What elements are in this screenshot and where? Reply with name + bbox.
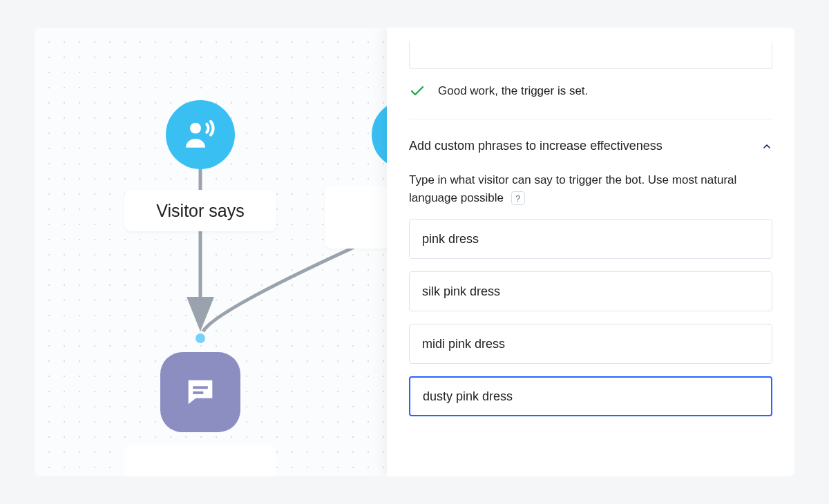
message-node-label[interactable] bbox=[124, 445, 276, 476]
svg-rect-4 bbox=[193, 386, 208, 389]
visitor-says-node-icon[interactable] bbox=[166, 100, 235, 169]
chevron-up-icon bbox=[761, 141, 772, 152]
svg-rect-5 bbox=[193, 391, 203, 394]
svg-point-3 bbox=[190, 123, 201, 134]
trigger-status-text: Good work, the trigger is set. bbox=[438, 84, 588, 98]
phrase-input-1[interactable] bbox=[409, 271, 772, 311]
visitor-says-text: Visitor says bbox=[156, 201, 244, 221]
trigger-config-panel: Good work, the trigger is set. Add custo… bbox=[387, 28, 794, 476]
custom-phrases-section-header[interactable]: Add custom phrases to increase effective… bbox=[409, 139, 772, 153]
phrase-input-0[interactable] bbox=[409, 219, 772, 259]
visitor-says-node-label[interactable]: Visitor says bbox=[124, 190, 276, 231]
trigger-status-row: Good work, the trigger is set. bbox=[409, 83, 772, 119]
custom-phrases-hint: Type in what visitor can say to trigger … bbox=[409, 173, 736, 204]
custom-phrases-title: Add custom phrases to increase effective… bbox=[409, 139, 663, 153]
flow-canvas[interactable]: Visitor says Opera the Good work, the tr… bbox=[35, 28, 794, 476]
message-node-icon[interactable] bbox=[160, 352, 240, 432]
help-icon[interactable]: ? bbox=[511, 191, 525, 205]
person-voice-icon bbox=[181, 115, 220, 154]
chat-message-icon bbox=[182, 374, 218, 410]
checkmark-icon bbox=[409, 83, 426, 99]
phrase-input-3[interactable] bbox=[409, 376, 772, 416]
panel-top-input-cut[interactable] bbox=[409, 41, 772, 69]
flow-link-dot bbox=[196, 333, 205, 343]
phrase-input-2[interactable] bbox=[409, 324, 772, 364]
